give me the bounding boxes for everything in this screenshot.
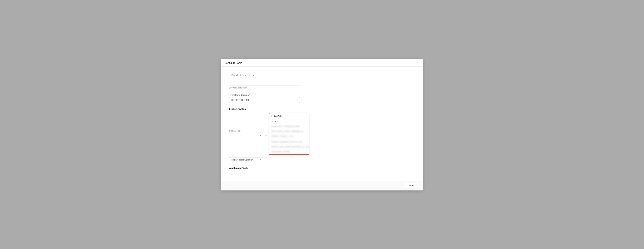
linked-table-label: Linked Table * — [272, 115, 284, 117]
list-item[interactable]: TEST_DATA_TABLE_ORDERS_01 — [269, 129, 309, 134]
dropdown-divider — [269, 139, 309, 139]
event-description-section: 1000 characters left — [229, 72, 415, 89]
linked-tables-section: Linked Tables Primary Table ▾ ⇔ — [229, 108, 415, 171]
save-button[interactable]: Save — [404, 183, 419, 188]
timestamp-select[interactable]: REGISTER_TIME — [229, 97, 300, 103]
list-item[interactable]: CREDIT_ITEMS_1_100 — [269, 134, 309, 139]
modal-header: Configure Table × — [221, 59, 423, 67]
primary-table-col-select[interactable]: Primary Table Column * — [229, 157, 263, 162]
primary-table-col-select-wrapper: Primary Table Column * ▾ — [229, 157, 263, 162]
primary-table-select-wrapper: ▾ — [229, 133, 263, 138]
timestamp-section: Timestamp Column * REGISTER_TIME ▾ — [229, 94, 415, 103]
linked-table-row: Primary Table ▾ ⇔ — [229, 113, 415, 155]
add-linked-table-button[interactable]: Add Linked Table — [229, 165, 248, 171]
linked-table-search-wrapper: ▴ — [269, 119, 309, 124]
timestamp-label: Timestamp Column * — [229, 94, 415, 96]
configure-table-modal: Configure Table × 1000 characters left T… — [221, 59, 423, 190]
primary-table-wrapper: Primary Table ▾ — [229, 130, 263, 138]
modal-body: 1000 characters left Timestamp Column * … — [221, 67, 423, 181]
primary-table-select[interactable] — [229, 133, 263, 138]
link-icon: ⇔ — [265, 134, 267, 137]
primary-table-col-row: Primary Table Column * ▾ ← — [229, 157, 415, 162]
search-chevron-up-icon[interactable]: ▴ — [306, 120, 308, 123]
primary-table-label: Primary Table — [229, 130, 263, 132]
timestamp-select-wrapper: REGISTER_TIME ▾ — [229, 97, 300, 103]
list-item[interactable]: SESSIONS_STORE — [269, 149, 309, 154]
close-button[interactable]: × — [416, 61, 420, 65]
event-description-input[interactable] — [229, 72, 300, 86]
linked-table-menu-icon[interactable]: ⋮ — [305, 115, 307, 118]
linked-table-dropdown-list: PRODUCTS_TRANSACTIONS TEST_DATA_TABLE_OR… — [269, 124, 309, 154]
arrow-left-icon: ← — [264, 158, 267, 161]
modal-footer: Save — [221, 181, 423, 190]
linked-table-dropdown-header: Linked Table * ⋮ — [269, 113, 309, 119]
char-limit-text: 1000 characters left — [229, 87, 415, 89]
linked-tables-title: Linked Tables — [229, 108, 415, 110]
list-item[interactable]: EVENT_DATA_PERFORMANCE_CL_4000 — [269, 145, 309, 149]
list-item[interactable]: CREDIT_ORDERS_STATUS_100 — [269, 140, 309, 145]
linked-table-search-input[interactable] — [270, 119, 306, 124]
linked-table-dropdown-container: Linked Table * ⋮ ▴ PRODUCTS_TRANSACTIONS… — [269, 113, 310, 155]
modal-overlay: Configure Table × 1000 characters left T… — [0, 0, 644, 249]
linked-table-dropdown-box: Linked Table * ⋮ ▴ PRODUCTS_TRANSACTIONS… — [269, 113, 310, 155]
list-item[interactable]: PRODUCTS_TRANSACTIONS — [269, 124, 309, 129]
modal-title: Configure Table — [224, 61, 242, 64]
textarea-wrapper — [229, 72, 415, 86]
